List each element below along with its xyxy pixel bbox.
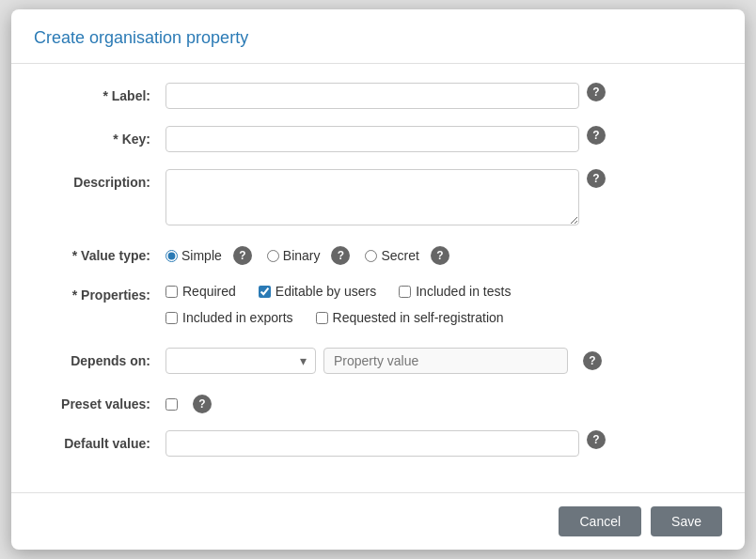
depends-on-help-icon[interactable]: ? — [583, 351, 602, 370]
label-help-icon[interactable]: ? — [587, 83, 606, 101]
value-type-row: * Value type: Simple ? Binary ? Secret ? — [34, 242, 722, 265]
radio-binary-input[interactable] — [267, 250, 279, 262]
checkbox-included-exports-input[interactable] — [165, 312, 178, 324]
depends-on-label: Depends on: — [34, 348, 165, 368]
key-row: * Key: ? — [34, 126, 722, 152]
checkbox-requested-self-reg[interactable]: Requested in self-registration — [316, 310, 504, 325]
checkbox-requested-self-reg-label: Requested in self-registration — [333, 310, 504, 325]
checkbox-included-tests-label: Included in tests — [416, 284, 511, 299]
depends-on-select[interactable] — [165, 348, 316, 374]
depends-on-row: Depends on: ? — [34, 348, 722, 374]
label-input[interactable] — [165, 83, 579, 109]
key-input[interactable] — [165, 126, 579, 152]
preset-values-label: Preset values: — [34, 391, 165, 411]
properties-row: * Properties: Required Editable by users… — [34, 282, 722, 331]
depends-on-select-wrapper — [165, 348, 316, 374]
key-field-label: * Key: — [34, 126, 165, 147]
preset-values-help-icon[interactable]: ? — [193, 395, 212, 413]
checkbox-required[interactable]: Required — [165, 284, 236, 299]
properties-label: * Properties: — [34, 282, 165, 303]
checkbox-included-exports-label: Included in exports — [182, 310, 293, 325]
save-button[interactable]: Save — [651, 506, 722, 536]
key-help-icon[interactable]: ? — [587, 126, 606, 145]
radio-binary[interactable]: Binary ? — [267, 246, 351, 265]
value-type-radio-group: Simple ? Binary ? Secret ? — [165, 242, 449, 265]
label-row: * Label: ? — [34, 83, 722, 109]
default-value-row: Default value: ? — [34, 430, 722, 457]
checkbox-required-input[interactable] — [165, 286, 178, 298]
create-org-property-modal: Create organisation property * Label: ? … — [11, 9, 745, 550]
radio-simple[interactable]: Simple ? — [165, 246, 252, 265]
description-input[interactable] — [165, 169, 579, 225]
modal-body: * Label: ? * Key: ? Description: ? * Val… — [11, 64, 745, 492]
binary-help-icon[interactable]: ? — [331, 246, 350, 265]
description-row: Description: ? — [34, 169, 722, 225]
simple-help-icon[interactable]: ? — [233, 246, 252, 265]
checkbox-requested-self-reg-input[interactable] — [316, 312, 328, 324]
radio-simple-label: Simple — [181, 248, 222, 263]
property-value-input[interactable] — [323, 348, 568, 374]
checkbox-included-tests-input[interactable] — [399, 286, 411, 298]
radio-secret[interactable]: Secret ? — [365, 246, 449, 265]
checkbox-row-2: Included in exports Requested in self-re… — [165, 310, 722, 325]
checkbox-editable[interactable]: Editable by users — [259, 284, 376, 299]
default-value-input[interactable] — [165, 430, 579, 457]
preset-values-row: Preset values: ? — [34, 391, 722, 413]
default-value-help-icon[interactable]: ? — [587, 430, 606, 449]
checkbox-editable-label: Editable by users — [276, 284, 376, 299]
depends-on-controls: ? — [165, 348, 602, 374]
preset-values-controls: ? — [165, 391, 212, 413]
cancel-button[interactable]: Cancel — [559, 506, 641, 536]
radio-binary-label: Binary — [283, 248, 321, 263]
label-field-label: * Label: — [34, 83, 165, 103]
checkbox-row-1: Required Editable by users Included in t… — [165, 284, 722, 299]
description-help-icon[interactable]: ? — [587, 169, 606, 188]
secret-help-icon[interactable]: ? — [431, 246, 449, 265]
properties-checkbox-group: Required Editable by users Included in t… — [165, 282, 722, 331]
default-value-label: Default value: — [34, 430, 165, 451]
checkbox-included-exports[interactable]: Included in exports — [165, 310, 293, 325]
modal-title: Create organisation property — [34, 28, 722, 48]
radio-secret-label: Secret — [381, 248, 418, 263]
checkbox-required-label: Required — [182, 284, 236, 299]
checkbox-included-tests[interactable]: Included in tests — [399, 284, 511, 299]
checkbox-editable-input[interactable] — [259, 286, 271, 298]
radio-secret-input[interactable] — [365, 250, 377, 262]
modal-footer: Cancel Save — [11, 492, 745, 550]
preset-values-checkbox[interactable] — [165, 398, 178, 411]
radio-simple-input[interactable] — [165, 250, 178, 262]
value-type-label: * Value type: — [34, 242, 165, 263]
description-field-label: Description: — [34, 169, 165, 190]
modal-header: Create organisation property — [11, 9, 745, 64]
